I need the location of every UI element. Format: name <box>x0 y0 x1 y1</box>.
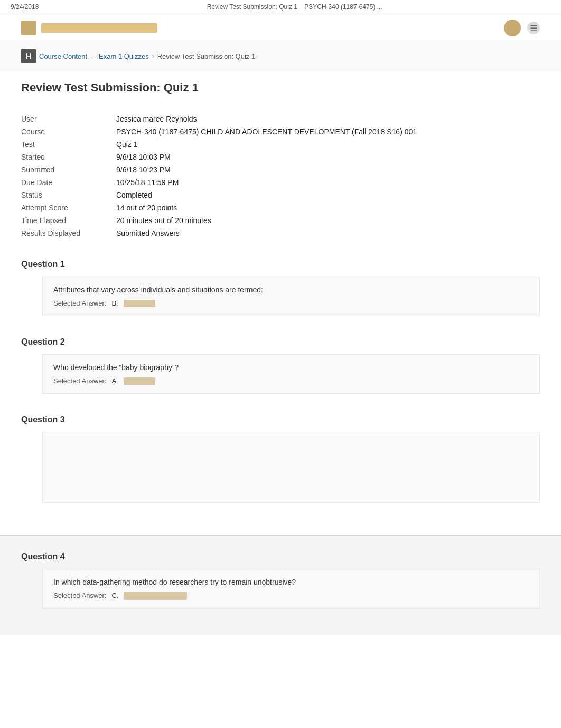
info-row-results: Results Displayed Submitted Answers <box>21 227 433 239</box>
info-row-due-date: Due Date 10/25/18 11:59 PM <box>21 176 433 189</box>
question-1-answer-label: Selected Answer: <box>53 299 106 307</box>
info-table: User Jessica maree Reynolds Course PSYCH… <box>21 113 433 239</box>
logo-area <box>21 21 157 35</box>
question-2-text: Who developed the “baby biography”? <box>53 363 529 372</box>
info-row-submitted: Submitted 9/6/18 10:23 PM <box>21 163 433 176</box>
question-1-answer: Selected Answer: B. <box>53 299 529 307</box>
avatar[interactable] <box>504 20 521 36</box>
breadcrumb-link-course-content[interactable]: Course Content <box>39 52 87 60</box>
question-4-text: In which data-gathering method do resear… <box>53 578 529 586</box>
info-row-started: Started 9/6/18 10:03 PM <box>21 151 433 163</box>
question-2-answer-blurred <box>124 377 155 385</box>
info-label-submitted: Submitted <box>21 163 116 176</box>
breadcrumb-sep-2: › <box>152 52 154 60</box>
question-4-answer-blurred <box>124 592 187 600</box>
info-value-submitted: 9/6/18 10:23 PM <box>116 163 433 176</box>
info-label-course: Course <box>21 125 116 138</box>
site-header: ☰ <box>0 14 561 42</box>
question-1-answer-letter: B. <box>111 299 118 307</box>
info-row-user: User Jessica maree Reynolds <box>21 113 433 125</box>
question-3-block: Question 3 <box>21 410 540 503</box>
info-label-status: Status <box>21 189 116 201</box>
main-content: Review Test Submission: Quiz 1 User Jess… <box>0 70 561 529</box>
question-4-block: Question 4 In which data-gathering metho… <box>21 547 540 609</box>
info-label-due-date: Due Date <box>21 176 116 189</box>
info-row-attempt-score: Attempt Score 14 out of 20 points <box>21 201 433 214</box>
info-value-course: PSYCH-340 (1187-6475) CHILD AND ADOLESCE… <box>116 125 433 138</box>
info-label-time-elapsed: Time Elapsed <box>21 214 116 227</box>
info-value-time-elapsed: 20 minutes out of 20 minutes <box>116 214 433 227</box>
menu-icon[interactable]: ☰ <box>527 22 540 34</box>
info-row-status: Status Completed <box>21 189 433 201</box>
top-bar: 9/24/2018 Review Test Submission: Quiz 1… <box>0 0 561 14</box>
question-3-body <box>42 432 540 503</box>
info-row-test: Test Quiz 1 <box>21 138 433 151</box>
info-label-user: User <box>21 113 116 125</box>
question-2-body: Who developed the “baby biography”? Sele… <box>42 354 540 394</box>
question-2-header: Question 2 <box>21 332 540 347</box>
info-value-status: Completed <box>116 189 433 201</box>
info-value-test: Quiz 1 <box>116 138 433 151</box>
info-value-attempt-score: 14 out of 20 points <box>116 201 433 214</box>
info-value-user: Jessica maree Reynolds <box>116 113 433 125</box>
page-title: Review Test Submission: Quiz 1 <box>21 81 540 100</box>
question-1-text: Attributes that vary across individuals … <box>53 285 529 294</box>
info-value-results: Submitted Answers <box>116 227 433 239</box>
logo-icon <box>21 21 36 35</box>
question-4-answer-letter: C. <box>111 592 118 600</box>
logo-text <box>41 23 157 33</box>
question-4-body: In which data-gathering method do resear… <box>42 569 540 609</box>
info-label-attempt-score: Attempt Score <box>21 201 116 214</box>
top-bar-date: 9/24/2018 <box>11 3 39 11</box>
breadcrumb-current: Review Test Submission: Quiz 1 <box>157 52 255 60</box>
info-label-started: Started <box>21 151 116 163</box>
breadcrumb: H Course Content ... Exam 1 Quizzes › Re… <box>0 42 561 70</box>
question-3-empty <box>53 441 529 494</box>
question-1-body: Attributes that vary across individuals … <box>42 277 540 316</box>
question-2-block: Question 2 Who developed the “baby biogr… <box>21 332 540 394</box>
breadcrumb-sep-1: ... <box>90 52 96 60</box>
question-4-header: Question 4 <box>21 547 540 561</box>
info-row-course: Course PSYCH-340 (1187-6475) CHILD AND A… <box>21 125 433 138</box>
info-label-results: Results Displayed <box>21 227 116 239</box>
top-bar-title: Review Test Submission: Quiz 1 – PSYCH-3… <box>207 3 382 11</box>
question-2-answer-letter: A. <box>111 377 118 385</box>
info-row-time-elapsed: Time Elapsed 20 minutes out of 20 minute… <box>21 214 433 227</box>
question-2-answer-label: Selected Answer: <box>53 377 106 385</box>
info-value-due-date: 10/25/18 11:59 PM <box>116 176 433 189</box>
breadcrumb-link-exam-quizzes[interactable]: Exam 1 Quizzes <box>99 52 149 60</box>
breadcrumb-home[interactable]: H <box>21 49 36 63</box>
question-3-header: Question 3 <box>21 410 540 425</box>
info-label-test: Test <box>21 138 116 151</box>
header-icons: ☰ <box>504 20 540 36</box>
question-1-answer-blurred <box>124 300 155 307</box>
question-1-block: Question 1 Attributes that vary across i… <box>21 254 540 316</box>
question-2-answer: Selected Answer: A. <box>53 377 529 385</box>
info-value-started: 9/6/18 10:03 PM <box>116 151 433 163</box>
question-4-answer-label: Selected Answer: <box>53 592 106 600</box>
question-4-answer: Selected Answer: C. <box>53 592 529 600</box>
question-1-header: Question 1 <box>21 254 540 269</box>
footer-section: Question 4 In which data-gathering metho… <box>0 535 561 635</box>
